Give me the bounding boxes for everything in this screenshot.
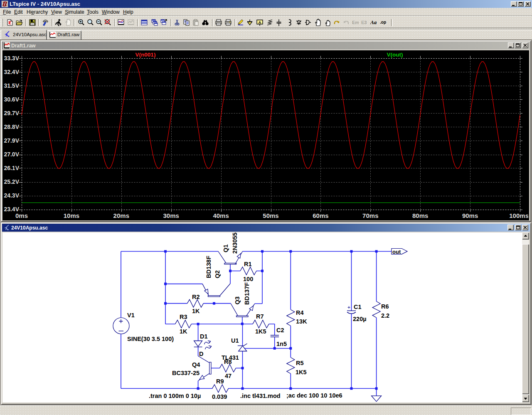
svg-text:Q1: Q1 (222, 245, 229, 252)
svg-text:C2: C2 (276, 327, 284, 333)
svg-text:R5: R5 (296, 360, 304, 366)
svg-text:R3: R3 (180, 314, 187, 320)
svg-text:2.2: 2.2 (381, 312, 389, 319)
svg-text:13K: 13K (296, 318, 307, 325)
svg-text:31.5V: 31.5V (4, 82, 19, 89)
svg-text:70ms: 70ms (362, 212, 378, 219)
svg-text:R6: R6 (381, 303, 389, 310)
svg-text:Aa: Aa (370, 19, 377, 25)
svg-text:.tran 0 100m 0 10µ: .tran 0 100m 0 10µ (149, 393, 201, 399)
svg-text:40ms: 40ms (213, 212, 229, 219)
svg-text:0.039: 0.039 (212, 393, 227, 400)
svg-text:R8: R8 (224, 358, 232, 365)
svg-text:.op: .op (380, 20, 386, 25)
svg-text:30ms: 30ms (163, 212, 179, 219)
svg-text:27.9V: 27.9V (4, 137, 19, 144)
svg-text:50ms: 50ms (263, 212, 278, 219)
svg-text:Q2: Q2 (214, 270, 221, 278)
svg-text:BD138F: BD138F (205, 256, 212, 278)
svg-text:V1: V1 (127, 312, 135, 319)
svg-text:26.1V: 26.1V (4, 165, 19, 171)
svg-text:D1: D1 (200, 333, 208, 340)
svg-text:100: 100 (243, 276, 253, 282)
svg-text:2N3055: 2N3055 (232, 232, 238, 254)
svg-text:25.2V: 25.2V (4, 178, 19, 185)
svg-text:E3: E3 (361, 20, 367, 25)
svg-text:V(out): V(out) (387, 52, 403, 58)
svg-text:R7: R7 (256, 313, 264, 320)
svg-text:1K: 1K (180, 328, 187, 335)
svg-text:R1: R1 (244, 261, 252, 267)
svg-text:out: out (392, 249, 401, 255)
svg-text:C1: C1 (354, 304, 362, 310)
svg-text:1K: 1K (192, 308, 200, 314)
svg-text:SINE(30 3.5 100): SINE(30 3.5 100) (127, 336, 174, 342)
svg-text:Em: Em (352, 20, 359, 25)
svg-text:D: D (199, 351, 203, 357)
svg-text:1K5: 1K5 (255, 328, 266, 335)
svg-text:33.3V: 33.3V (4, 55, 19, 62)
svg-text:0ms: 0ms (15, 212, 28, 219)
svg-text:R2: R2 (192, 294, 200, 300)
svg-text:10ms: 10ms (64, 212, 79, 219)
svg-text:1K5: 1K5 (296, 369, 307, 375)
svg-text:100ms: 100ms (509, 212, 528, 219)
svg-text:1n5: 1n5 (276, 341, 287, 347)
svg-text:90ms: 90ms (462, 212, 478, 219)
svg-text:;ac dec 100 10 10e6: ;ac dec 100 10 10e6 (286, 392, 342, 399)
svg-text:Q3: Q3 (234, 296, 241, 304)
svg-text:32.4V: 32.4V (4, 69, 19, 75)
svg-text:220µ: 220µ (353, 316, 367, 322)
svg-text:60ms: 60ms (313, 212, 328, 219)
svg-text:27.0V: 27.0V (4, 151, 19, 158)
svg-text:R4: R4 (296, 309, 304, 316)
svg-text:.inc tl431.mod: .inc tl431.mod (240, 393, 281, 399)
svg-text:80ms: 80ms (412, 212, 428, 219)
svg-text:20ms: 20ms (113, 212, 129, 219)
svg-text:V(n001): V(n001) (135, 52, 156, 58)
svg-text:29.7V: 29.7V (4, 110, 19, 116)
svg-text:R9: R9 (216, 378, 224, 385)
svg-text:BD137F: BD137F (244, 282, 250, 305)
svg-text:A: A (259, 20, 261, 25)
svg-text:28.8V: 28.8V (4, 124, 19, 130)
svg-text:U1: U1 (231, 337, 239, 344)
svg-text:30.6V: 30.6V (4, 96, 19, 103)
svg-text:47: 47 (225, 373, 232, 379)
svg-text:24.3V: 24.3V (4, 192, 19, 199)
svg-text:BC337-25: BC337-25 (172, 370, 200, 376)
svg-text:Q4: Q4 (192, 361, 200, 368)
